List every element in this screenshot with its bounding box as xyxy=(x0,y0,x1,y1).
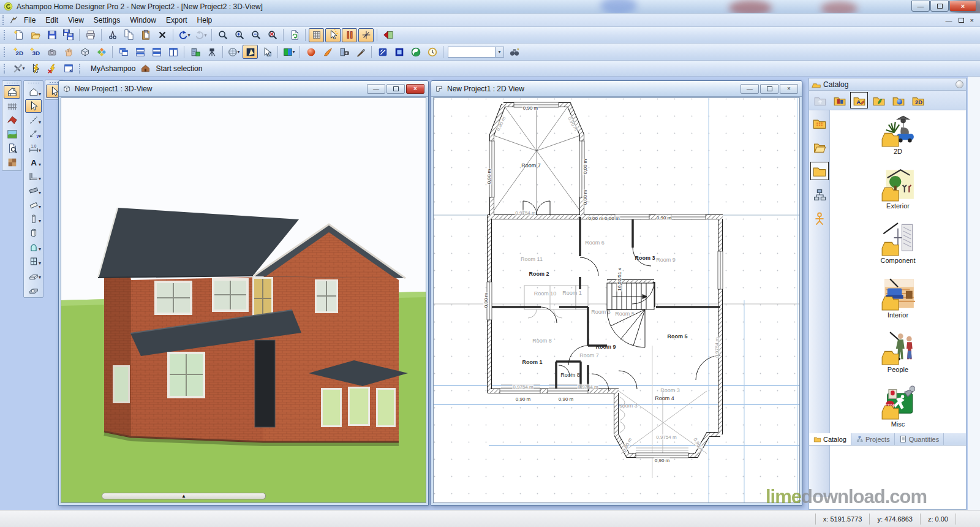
hand-button[interactable] xyxy=(61,45,76,59)
brush-button[interactable] xyxy=(353,45,368,59)
side-open-button[interactable] xyxy=(810,138,829,156)
light-button[interactable] xyxy=(243,45,258,59)
cat-up-tab[interactable] xyxy=(811,92,829,108)
fx-window-button[interactable] xyxy=(391,45,407,59)
chevron-down-icon[interactable]: ▾ xyxy=(495,47,503,57)
pick-object-button[interactable] xyxy=(259,45,274,59)
tab-quantities[interactable]: Quantities xyxy=(895,433,944,445)
catalog-item-exterior[interactable]: Exterior xyxy=(864,167,932,222)
box-3d-button[interactable] xyxy=(77,45,92,59)
canvas-3d[interactable]: ▲ xyxy=(61,97,426,503)
fence-button[interactable] xyxy=(4,99,20,113)
save-button[interactable] xyxy=(44,28,59,42)
walkthrough-slider[interactable]: ▲ xyxy=(102,493,266,499)
redo-button[interactable]: ▾ xyxy=(193,28,208,42)
copy-button[interactable] xyxy=(121,28,137,42)
texture-button[interactable] xyxy=(4,156,20,169)
menu-settings[interactable]: Settings xyxy=(89,15,125,26)
opening-button[interactable]: ▾ xyxy=(25,268,42,282)
wall-corner-button[interactable]: ▾ xyxy=(25,170,42,183)
grid-button[interactable] xyxy=(309,28,324,42)
camera-button[interactable] xyxy=(44,45,59,59)
child-minimize-button[interactable]: — xyxy=(741,84,759,94)
mosaic-button[interactable] xyxy=(94,45,109,59)
measure-button[interactable]: ?▾ xyxy=(25,127,42,141)
roof-button[interactable] xyxy=(4,113,20,127)
camera-tripod-button[interactable] xyxy=(204,45,219,59)
close-button[interactable]: × xyxy=(949,1,976,12)
win-tile-button[interactable] xyxy=(132,45,148,59)
tools-button[interactable]: ▾ xyxy=(11,61,26,75)
window-2d-titlebar[interactable]: New Project1 : 2D View — × xyxy=(431,81,802,97)
minimize-button[interactable]: — xyxy=(911,1,930,12)
arch-window-button[interactable]: ▾ xyxy=(25,240,42,254)
globe-button[interactable]: ▾ xyxy=(226,45,241,59)
window-3d-titlebar[interactable]: New Project1 : 3D-View — × xyxy=(59,81,428,97)
delete-button[interactable] xyxy=(154,28,170,42)
new-file-button[interactable] xyxy=(11,28,26,42)
open-button[interactable] xyxy=(28,28,43,42)
binoculars-button[interactable] xyxy=(507,45,522,59)
snap-select-button[interactable] xyxy=(325,28,341,42)
win-vert-button[interactable] xyxy=(165,45,181,59)
color-field-button[interactable]: ▾ xyxy=(281,45,296,59)
fx-blue-button[interactable] xyxy=(375,45,390,59)
zoom-button[interactable] xyxy=(215,28,230,42)
cat-objects-tab[interactable] xyxy=(889,92,907,108)
refresh-button[interactable] xyxy=(287,28,302,42)
terrain-button[interactable] xyxy=(4,127,20,141)
win-cascade-button[interactable] xyxy=(116,45,131,59)
spray-button[interactable] xyxy=(320,45,335,59)
guides-button[interactable] xyxy=(342,28,357,42)
menu-view[interactable]: View xyxy=(63,15,89,26)
menu-edit[interactable]: Edit xyxy=(40,15,63,26)
line-button[interactable]: ▾ xyxy=(25,113,42,127)
pillar-button[interactable] xyxy=(25,226,42,240)
mdi-close-button[interactable]: × xyxy=(970,17,974,24)
column-button[interactable]: ▾ xyxy=(25,212,42,226)
catalog-item-component[interactable]: Component xyxy=(864,222,932,276)
catalog-item-misc[interactable]: STOP Misc xyxy=(864,385,932,440)
canvas-2d[interactable]: Room 7Room 11Room 2Room 6Room 3Room 9Roo… xyxy=(433,97,800,503)
cat-2d-tab[interactable]: 2D xyxy=(909,92,927,108)
side-swatches-button[interactable] xyxy=(810,114,829,132)
child-restore-button[interactable] xyxy=(760,84,778,94)
run-button[interactable] xyxy=(28,61,43,75)
tab-catalog[interactable]: Catalog xyxy=(809,433,851,445)
script-window-button[interactable] xyxy=(61,61,76,75)
view-3d-button[interactable]: 3D xyxy=(28,45,43,59)
sphere-red-button[interactable] xyxy=(303,45,318,59)
print-button[interactable] xyxy=(83,28,98,42)
fx-clock-button[interactable] xyxy=(424,45,440,59)
menu-file[interactable]: File xyxy=(19,15,40,26)
child-close-button[interactable]: × xyxy=(780,84,798,94)
plan-preview-button[interactable] xyxy=(4,142,20,155)
mdi-restore-button[interactable] xyxy=(959,18,964,23)
child-close-button[interactable]: × xyxy=(406,84,424,94)
building-mode-button[interactable] xyxy=(4,85,20,99)
stop-run-button[interactable] xyxy=(44,61,59,75)
save-view-button[interactable] xyxy=(187,45,203,59)
cut-button[interactable] xyxy=(105,28,120,42)
fx-green-button[interactable] xyxy=(408,45,423,59)
win-horiz-button[interactable] xyxy=(149,45,164,59)
menu-help[interactable]: Help xyxy=(192,15,217,26)
capture-button[interactable] xyxy=(336,45,352,59)
zoom-out-button[interactable] xyxy=(248,28,263,42)
save-all-button[interactable] xyxy=(61,28,76,42)
side-folder-button[interactable] xyxy=(810,162,829,180)
menu-window[interactable]: Window xyxy=(125,15,161,26)
paste-button[interactable] xyxy=(138,28,153,42)
niche-button[interactable] xyxy=(25,282,42,296)
search-combo[interactable]: ▾ xyxy=(448,47,504,58)
building-button[interactable]: ▾ xyxy=(25,85,42,99)
start-selection-button[interactable]: Start selection xyxy=(151,64,207,73)
axes-button[interactable] xyxy=(358,28,374,42)
tab-projects[interactable]: Projects xyxy=(851,433,895,445)
pin-icon[interactable] xyxy=(956,80,963,88)
cat-materials-tab[interactable]: A xyxy=(850,92,868,108)
side-hierarchy-button[interactable] xyxy=(810,186,829,204)
zoom-off-button[interactable] xyxy=(265,28,280,42)
cat-buildings-tab[interactable] xyxy=(831,92,848,108)
select-button[interactable] xyxy=(25,99,42,113)
